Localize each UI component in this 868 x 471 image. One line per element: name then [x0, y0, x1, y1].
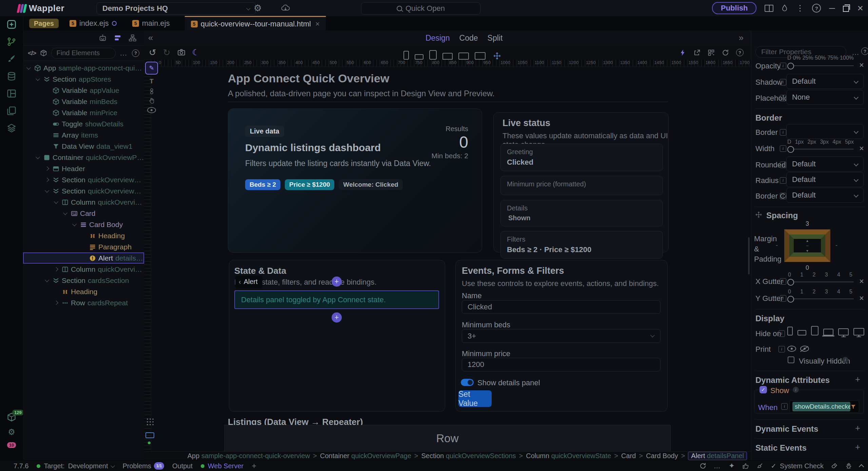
breadcrumb-item[interactable]: Container quickOverviewPage	[320, 452, 411, 460]
redo-icon[interactable]: ↻	[163, 47, 171, 58]
tree-item-toggle-showdetails[interactable]: ToggleshowDetails	[23, 118, 144, 129]
tree-expander-icon[interactable]	[34, 78, 41, 81]
code-brackets-icon[interactable]: </>	[28, 49, 36, 57]
close-button[interactable]: ×	[857, 2, 863, 14]
print-hidden-eye-slash-icon[interactable]	[800, 346, 809, 352]
tree-expander-icon[interactable]	[71, 223, 78, 226]
add-dynamic-event-icon[interactable]: +	[855, 423, 860, 433]
tab-index-ejs[interactable]: 5 index.ejs	[63, 16, 123, 30]
opacity-slider[interactable]	[787, 62, 854, 69]
undo-icon[interactable]: ↺	[149, 47, 156, 58]
ai-assistant-robot-icon[interactable]	[99, 34, 107, 42]
close-tab-icon[interactable]: ×	[315, 20, 320, 28]
help-icon[interactable]: ?	[812, 4, 821, 13]
clear-width-icon[interactable]: ×	[859, 144, 864, 153]
output-button[interactable]: Output	[172, 462, 193, 470]
tree-item-app-sample-app-connect-quick-overvi-[interactable]: Appsample-app-connect-quick-overvi...	[23, 62, 144, 74]
tree-expander-icon[interactable]	[53, 301, 59, 304]
tree-item-section-quickoverviewhero[interactable]: SectionquickOverviewHero	[23, 174, 144, 185]
when-expression-input[interactable]: showDetails.checked	[789, 401, 859, 413]
chevron-up-icon[interactable]	[859, 464, 864, 469]
desktop-icon[interactable]	[838, 328, 849, 335]
app-icon[interactable]	[7, 20, 16, 29]
tv-icon[interactable]	[853, 328, 864, 335]
quick-open-button[interactable]: Quick Open	[361, 2, 480, 15]
breadcrumb-item[interactable]: Card Body	[646, 452, 678, 460]
debug-bug-icon[interactable]	[845, 463, 852, 469]
project-selector[interactable]: Demo Projects HQ	[97, 2, 256, 15]
cloud-download-icon[interactable]	[281, 4, 290, 12]
tree-item-column-quickoverviewactions[interactable]: ColumnquickOverviewActions	[23, 264, 144, 275]
tree-item-variable-minprice[interactable]: VariableminPrice	[23, 107, 144, 118]
web-server-button[interactable]: Web Server	[201, 462, 243, 470]
tree-item-row-cardsrepeat[interactable]: RowcardsRepeat	[23, 297, 144, 308]
git-icon[interactable]	[7, 37, 16, 46]
eraser-icon[interactable]	[831, 463, 838, 469]
restore-button[interactable]	[843, 6, 849, 12]
tab-quick-overview[interactable]: 5 quick-overview--tour-manual.html ×	[185, 16, 326, 31]
collapse-panel-icon[interactable]: «	[148, 33, 153, 43]
more-options-icon[interactable]: …	[120, 49, 128, 58]
visibility-eye-icon[interactable]	[147, 107, 156, 113]
border-select[interactable]	[786, 124, 864, 139]
details-alert-element[interactable]: Details panel toggled by App Connect sta…	[234, 290, 439, 309]
tree-item-card[interactable]: Card	[23, 208, 144, 219]
dom-tree-icon[interactable]	[129, 34, 137, 42]
margin-bottom-value[interactable]: 0	[784, 264, 830, 271]
insert-after-button[interactable]: +	[332, 312, 342, 323]
tree-item-heading[interactable]: HHeading	[23, 286, 144, 297]
show-details-toggle[interactable]	[461, 379, 474, 386]
dark-mode-moon-icon[interactable]: ☾	[192, 48, 200, 57]
problems-button[interactable]: Problems 1/1	[122, 462, 164, 470]
border-color-select[interactable]: Default	[786, 188, 864, 203]
cleanup-broom-icon[interactable]	[756, 463, 763, 469]
laptop-icon[interactable]	[442, 53, 453, 60]
laptop-icon[interactable]	[823, 329, 833, 335]
tree-item-section-appstores[interactable]: SectionappStores	[23, 74, 144, 85]
data-picker-funnel-icon[interactable]	[850, 404, 856, 410]
tablet-icon[interactable]	[429, 50, 437, 60]
tab-design[interactable]: Design	[426, 34, 450, 43]
x-gutter-slider[interactable]	[787, 279, 854, 285]
more-options-icon[interactable]: …	[714, 462, 721, 470]
tree-item-variable-appvalue[interactable]: VariableappValue	[23, 85, 144, 96]
tree-expander-icon[interactable]	[34, 156, 41, 159]
tree-expander-icon[interactable]	[43, 189, 50, 192]
tree-item-card-body[interactable]: Card Body	[23, 219, 144, 230]
tree-item-data-view-data-view1[interactable]: Data Viewdata_view1	[23, 141, 144, 152]
phone-landscape-icon[interactable]	[797, 330, 806, 335]
kebab-menu-icon[interactable]: ⋮	[796, 3, 804, 13]
tree-item-heading[interactable]: HHeading	[23, 230, 144, 241]
move-resize-icon[interactable]	[493, 52, 501, 60]
tree-expander-icon[interactable]	[25, 66, 32, 69]
tab-main-ejs[interactable]: 5 main.ejs	[126, 16, 176, 30]
selected-element-tag[interactable]: ‹ Alert	[235, 276, 262, 288]
layout-icon[interactable]	[7, 89, 16, 98]
breadcrumb-item[interactable]: Card	[621, 452, 636, 460]
thumbs-up-feedback-icon[interactable]	[742, 463, 749, 469]
help-icon[interactable]: ?	[132, 49, 139, 57]
tree-item-alert-detailspanel[interactable]: AlertdetailsPanel	[23, 252, 144, 264]
tree-expander-icon[interactable]	[53, 201, 59, 204]
phone-landscape-icon[interactable]	[415, 54, 423, 60]
width-slider[interactable]	[787, 146, 854, 152]
binding-token[interactable]: showDetails.checked	[792, 402, 850, 411]
pages-icon[interactable]	[7, 106, 16, 116]
database-icon[interactable]	[7, 71, 16, 81]
min-price-field[interactable]	[462, 358, 660, 371]
help-icon[interactable]: ?	[861, 47, 868, 55]
tree-expander-icon[interactable]	[53, 268, 59, 271]
phone-icon[interactable]	[787, 327, 793, 335]
clear-x-gutter-icon[interactable]: ×	[859, 277, 864, 286]
tree-item-array-items[interactable]: Arrayitems	[23, 129, 144, 141]
qr-code-icon[interactable]	[708, 49, 715, 56]
rounded-select[interactable]: Default	[786, 157, 864, 171]
breadcrumb-item[interactable]: App sample-app-connect-quick-overview	[188, 452, 310, 460]
updates-icon[interactable]: 129	[7, 412, 16, 422]
minimize-button[interactable]: ─	[829, 3, 835, 13]
insert-before-button[interactable]: +	[332, 277, 342, 287]
grid-toggle-icon[interactable]	[146, 417, 155, 426]
publish-button[interactable]: Publish	[712, 2, 756, 14]
tree-expander-icon[interactable]	[43, 167, 50, 170]
breadcrumb-item[interactable]: Column quickOverviewState	[526, 452, 611, 460]
